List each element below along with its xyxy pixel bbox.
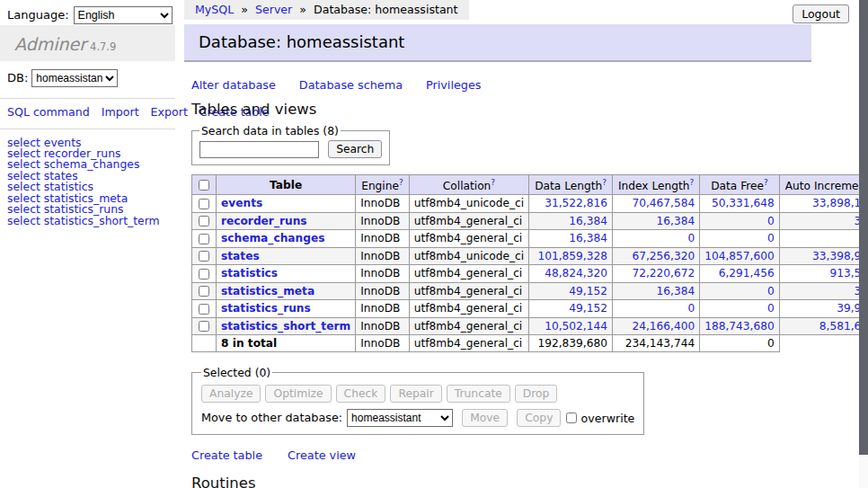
sidebar-action-sql-command[interactable]: SQL command <box>7 105 90 119</box>
data-free-link[interactable]: 0 <box>767 232 775 244</box>
table-link-events[interactable]: events <box>221 197 262 209</box>
overwrite-label: overwrite <box>581 412 635 425</box>
table-link-statistics_short_term[interactable]: statistics_short_term <box>221 320 350 333</box>
link-create-table[interactable]: Create table <box>191 448 262 462</box>
row-checkbox[interactable] <box>199 304 209 315</box>
check-button[interactable]: Check <box>336 385 386 403</box>
breadcrumb: MySQL » Server » Database: homeassistant <box>184 0 469 20</box>
breadcrumb-item[interactable]: Server <box>255 3 292 16</box>
link-alter-database[interactable]: Alter database <box>191 78 276 92</box>
data-length-link[interactable]: 16,384 <box>569 215 607 227</box>
table-link-recorder_runs[interactable]: recorder_runs <box>221 215 307 227</box>
help-link[interactable]: ? <box>399 178 403 187</box>
data-length-link[interactable]: 49,152 <box>569 302 607 315</box>
data-free-cell: 104,857,600 <box>700 247 780 265</box>
language-select[interactable]: English <box>74 6 173 24</box>
data-free-cell: 0 <box>700 212 780 230</box>
column-header-table: Table <box>217 175 356 195</box>
total-engine-cell: InnoDB <box>356 335 410 352</box>
row-checkbox-cell <box>192 247 217 265</box>
table-link-schema_changes[interactable]: schema_changes <box>221 232 324 244</box>
overwrite-checkbox[interactable] <box>566 413 577 423</box>
data-free-link[interactable]: 0 <box>767 285 775 297</box>
tables-table-body: eventsInnoDButf8mb4_unicode_ci31,522,816… <box>192 195 868 352</box>
help-link[interactable]: ? <box>602 178 607 187</box>
data-length-link[interactable]: 31,522,816 <box>545 197 607 209</box>
data-free-link[interactable]: 104,857,600 <box>704 250 775 262</box>
breadcrumb-item[interactable]: MySQL <box>195 3 234 16</box>
index-length-link[interactable]: 72,220,672 <box>632 267 695 279</box>
help-link[interactable]: ? <box>689 178 694 187</box>
row-checkbox[interactable] <box>199 286 209 297</box>
data-free-cell: 6,291,456 <box>700 265 780 283</box>
sidebar-action-export[interactable]: Export <box>151 105 188 119</box>
index-length-link[interactable]: 67,256,320 <box>632 250 695 262</box>
data-length-link[interactable]: 49,152 <box>569 285 607 297</box>
copy-button[interactable]: Copy <box>517 409 561 427</box>
logout-button[interactable]: Logout <box>793 4 849 23</box>
data-free-link[interactable]: 188,743,680 <box>704 320 775 333</box>
data-length-link[interactable]: 101,859,328 <box>537 250 607 262</box>
data-free-link[interactable]: 6,291,456 <box>719 267 775 279</box>
collation-cell: utf8mb4_unicode_ci <box>409 247 528 265</box>
row-checkbox[interactable] <box>199 251 209 262</box>
tables-and-views-title: Tables and views <box>191 101 811 119</box>
table-link-statistics[interactable]: statistics <box>221 267 278 279</box>
sidebar-link-select-statistics_short_term[interactable]: select statistics_short_term <box>7 214 160 227</box>
language-bar: Language:English <box>7 6 173 24</box>
index-length-link[interactable]: 0 <box>687 232 695 244</box>
row-checkbox[interactable] <box>199 216 209 226</box>
select-all-checkbox[interactable] <box>199 180 209 191</box>
table-link-statistics_meta[interactable]: statistics_meta <box>221 285 314 297</box>
data-length-link[interactable]: 16,384 <box>569 232 607 244</box>
auto-increment-cell: 33,898,196 <box>779 195 868 213</box>
select-all-cell <box>192 175 217 195</box>
collation-cell: utf8mb4_general_ci <box>409 300 528 318</box>
index-length-cell: 0 <box>612 230 699 248</box>
auto-increment-cell: 325 <box>779 282 868 300</box>
table-link-statistics_runs[interactable]: statistics_runs <box>221 302 311 315</box>
truncate-button[interactable]: Truncate <box>447 385 510 403</box>
data-free-link[interactable]: 0 <box>767 215 775 227</box>
search-input[interactable] <box>199 141 319 158</box>
repair-button[interactable]: Repair <box>390 385 441 403</box>
move-button[interactable]: Move <box>462 409 508 427</box>
index-length-cell: 67,256,320 <box>612 247 699 265</box>
data-length-link[interactable]: 48,824,320 <box>545 267 607 279</box>
row-checkbox[interactable] <box>199 199 209 209</box>
optimize-button[interactable]: Optimize <box>265 385 331 403</box>
index-length-link[interactable]: 70,467,584 <box>632 197 695 209</box>
data-free-cell: 0 <box>700 230 780 248</box>
link-privileges[interactable]: Privileges <box>426 78 482 92</box>
move-db-select[interactable]: homeassistant <box>347 409 453 427</box>
index-length-link[interactable]: 24,166,400 <box>632 320 695 333</box>
data-free-link[interactable]: 50,331,648 <box>712 197 775 209</box>
index-length-link[interactable]: 16,384 <box>657 285 695 297</box>
header-row: TableEngine?Collation?Data Length?Index … <box>192 175 868 195</box>
scrollbar-thumb[interactable] <box>859 0 868 455</box>
data-length-link[interactable]: 10,502,144 <box>545 320 607 333</box>
analyze-button[interactable]: Analyze <box>201 385 261 403</box>
link-database-schema[interactable]: Database schema <box>299 78 403 92</box>
data-free-link[interactable]: 0 <box>767 302 775 315</box>
db-select[interactable]: homeassistant <box>31 69 118 87</box>
row-checkbox[interactable] <box>199 321 209 332</box>
row-checkbox[interactable] <box>199 234 209 244</box>
breadcrumb-item: Database: homeassistant <box>314 3 458 16</box>
help-link[interactable]: ? <box>491 178 495 187</box>
row-checkbox[interactable] <box>199 269 209 279</box>
row-checkbox-cell <box>192 195 217 213</box>
tables-table-head: TableEngine?Collation?Data Length?Index … <box>192 175 868 195</box>
index-length-link[interactable]: 0 <box>687 302 695 315</box>
total-blank-cell <box>192 335 217 352</box>
index-length-link[interactable]: 16,384 <box>657 215 695 227</box>
drop-button[interactable]: Drop <box>515 385 558 403</box>
table-link-states[interactable]: states <box>221 250 260 262</box>
sidebar-action-import[interactable]: Import <box>102 105 139 119</box>
help-link[interactable]: ? <box>764 178 768 187</box>
search-button[interactable]: Search <box>328 140 382 158</box>
index-length-cell: 72,220,672 <box>612 265 699 283</box>
link-create-view[interactable]: Create view <box>288 448 356 462</box>
engine-cell: InnoDB <box>356 212 410 230</box>
breadcrumb-separator: » <box>296 3 310 16</box>
